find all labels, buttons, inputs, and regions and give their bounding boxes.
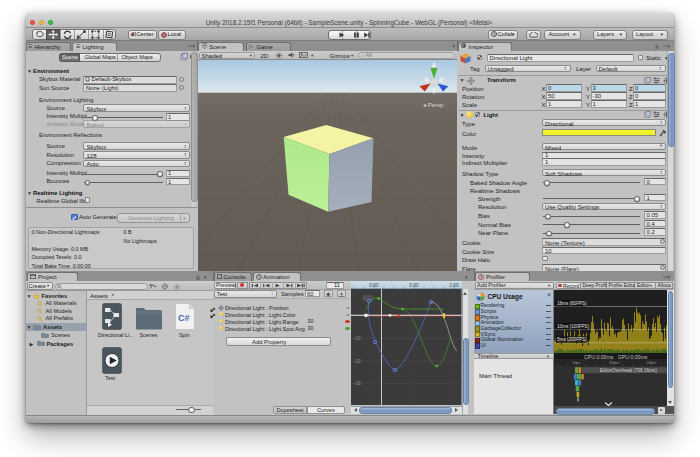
svg-text:-10: -10 <box>354 336 361 341</box>
svg-text:EditorOverhead (708.16ms): EditorOverhead (708.16ms) <box>600 368 657 373</box>
svg-text:-30: -30 <box>354 381 361 386</box>
svg-text:0ms: 0ms <box>572 360 580 365</box>
svg-text:20ms: 20ms <box>646 360 656 365</box>
svg-text:5ms (200FPS): 5ms (200FPS) <box>557 337 587 342</box>
svg-text:1:00: 1:00 <box>449 283 459 288</box>
svg-text:10ms: 10ms <box>608 360 618 365</box>
svg-text:10ms (100FPS): 10ms (100FPS) <box>557 323 590 328</box>
svg-text:16ms (60FPS): 16ms (60FPS) <box>557 301 587 306</box>
svg-text:◂ Persp: ◂ Persp <box>423 101 444 107</box>
svg-text:0:00: 0:00 <box>369 283 379 288</box>
svg-text:-20: -20 <box>354 359 361 364</box>
svg-text:0:30: 0:30 <box>409 283 419 288</box>
svg-text:C#: C# <box>178 313 190 323</box>
